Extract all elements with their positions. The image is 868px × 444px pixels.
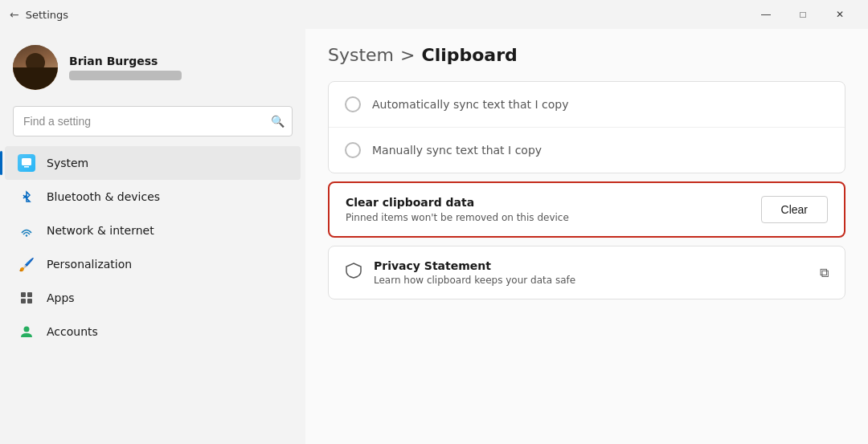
search-input[interactable]: [13, 106, 293, 136]
clear-text-group: Clear clipboard data Pinned items won't …: [346, 196, 569, 223]
sidebar-item-personalization[interactable]: 🖌️ Personalization: [5, 247, 301, 281]
breadcrumb-current: Clipboard: [421, 45, 517, 65]
sidebar-nav: System Bluetooth & devices: [0, 146, 305, 348]
sidebar-item-bluetooth[interactable]: Bluetooth & devices: [5, 180, 301, 214]
svg-rect-1: [24, 166, 29, 168]
back-button[interactable]: ←: [10, 8, 19, 21]
sync-manual-label: Manually sync text that I copy: [372, 144, 542, 157]
search-icon: 🔍: [271, 115, 285, 128]
sidebar-item-accounts[interactable]: Accounts: [5, 315, 301, 348]
sidebar-item-system[interactable]: System: [5, 146, 301, 180]
personalization-icon: 🖌️: [18, 255, 35, 273]
sync-auto-label: Automatically sync text that I copy: [372, 98, 568, 111]
window-controls: — □ ✕: [747, 0, 858, 29]
sidebar-item-network[interactable]: Network & internet: [5, 214, 301, 247]
sidebar-item-system-label: System: [47, 157, 88, 169]
user-info: Brian Burgess: [69, 55, 182, 80]
radio-manual[interactable]: [345, 142, 361, 158]
clear-button[interactable]: Clear: [761, 196, 828, 223]
clear-clipboard-card: Clear clipboard data Pinned items won't …: [328, 181, 845, 238]
minimize-button[interactable]: —: [747, 0, 784, 29]
user-section: Brian Burgess: [0, 39, 305, 106]
privacy-left: Privacy Statement Learn how clipboard ke…: [345, 259, 575, 286]
svg-point-7: [24, 327, 30, 332]
svg-rect-0: [22, 158, 31, 165]
sidebar-item-bluetooth-label: Bluetooth & devices: [47, 190, 160, 203]
external-link-icon: ⧉: [820, 265, 829, 280]
clear-title: Clear clipboard data: [346, 196, 569, 209]
svg-rect-4: [27, 292, 32, 297]
radio-auto[interactable]: [345, 96, 361, 112]
privacy-statement-card[interactable]: Privacy Statement Learn how clipboard ke…: [328, 246, 845, 299]
close-button[interactable]: ✕: [821, 0, 858, 29]
app-body: Brian Burgess 🔍 System: [0, 29, 868, 444]
svg-rect-3: [21, 292, 26, 297]
privacy-text-group: Privacy Statement Learn how clipboard ke…: [374, 259, 575, 286]
apps-icon: [18, 289, 35, 307]
sidebar: Brian Burgess 🔍 System: [0, 29, 305, 444]
svg-point-2: [26, 234, 27, 236]
avatar: [13, 45, 58, 90]
privacy-title: Privacy Statement: [374, 259, 575, 272]
avatar-image: [13, 45, 58, 90]
svg-rect-6: [27, 299, 32, 303]
svg-rect-5: [21, 299, 26, 303]
privacy-subtitle: Learn how clipboard keeps your data safe: [374, 275, 575, 286]
user-email-blurred: [69, 71, 182, 80]
sync-options-card: Automatically sync text that I copy Manu…: [328, 81, 845, 173]
bluetooth-icon: [18, 188, 35, 206]
sync-auto-option[interactable]: Automatically sync text that I copy: [329, 82, 845, 127]
titlebar: ← Settings — □ ✕: [0, 0, 868, 29]
shield-icon: [345, 262, 362, 283]
system-icon: [18, 154, 35, 172]
sync-manual-option[interactable]: Manually sync text that I copy: [329, 127, 845, 173]
sidebar-item-network-label: Network & internet: [47, 224, 154, 237]
sidebar-item-personalization-label: Personalization: [47, 258, 132, 271]
search-box: 🔍: [13, 106, 293, 136]
content-area: System > Clipboard Automatically sync te…: [305, 29, 868, 444]
breadcrumb: System > Clipboard: [328, 45, 845, 65]
clear-subtitle: Pinned items won't be removed on this de…: [346, 212, 569, 223]
network-icon: [18, 222, 35, 239]
breadcrumb-parent: System: [328, 45, 394, 65]
sidebar-item-accounts-label: Accounts: [47, 325, 98, 338]
sidebar-item-apps-label: Apps: [47, 291, 75, 304]
accounts-icon: [18, 323, 35, 340]
user-name: Brian Burgess: [69, 55, 182, 67]
app-title: Settings: [26, 9, 747, 21]
sidebar-item-apps[interactable]: Apps: [5, 281, 301, 315]
maximize-button[interactable]: □: [784, 0, 821, 29]
breadcrumb-separator: >: [400, 45, 415, 65]
